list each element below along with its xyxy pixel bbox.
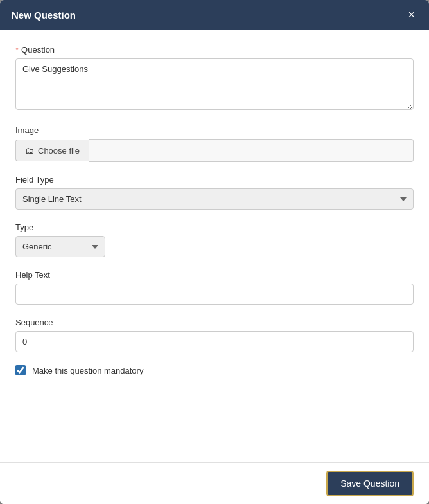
question-field-group: *Question: [15, 45, 414, 113]
field-type-group: Field Type Single Line Text Multi Line T…: [15, 175, 414, 210]
modal-overlay: New Question × *Question Image 🗂 Choose …: [0, 0, 429, 504]
required-star: *: [15, 45, 19, 55]
close-button[interactable]: ×: [405, 9, 417, 21]
field-type-label: Field Type: [15, 175, 414, 184]
help-text-label: Help Text: [15, 270, 414, 280]
mandatory-checkbox[interactable]: [15, 365, 26, 375]
image-field-group: Image 🗂 Choose file: [15, 125, 414, 162]
file-input-wrapper: 🗂 Choose file: [15, 139, 414, 162]
sequence-label: Sequence: [15, 318, 414, 327]
mandatory-label: Make this question mandatory: [32, 366, 143, 375]
type-group: Type Generic Email Phone Number: [15, 222, 414, 257]
file-name-display: [89, 139, 414, 162]
modal-title: New Question: [12, 10, 76, 21]
modal-footer: Save Question: [0, 462, 429, 504]
modal-dialog: New Question × *Question Image 🗂 Choose …: [0, 0, 429, 504]
type-select-wrapper: Generic Email Phone Number: [15, 236, 105, 257]
help-text-group: Help Text: [15, 270, 414, 305]
image-label: Image: [15, 125, 414, 135]
modal-body: *Question Image 🗂 Choose file Field Type: [0, 30, 429, 462]
type-select[interactable]: Generic Email Phone Number: [15, 236, 105, 257]
save-question-button[interactable]: Save Question: [326, 471, 414, 496]
choose-file-label: Choose file: [38, 146, 80, 156]
help-text-input[interactable]: [15, 284, 414, 305]
mandatory-checkbox-group: Make this question mandatory: [15, 365, 414, 375]
modal-header: New Question ×: [0, 0, 429, 30]
choose-file-button[interactable]: 🗂 Choose file: [15, 140, 89, 161]
field-type-select[interactable]: Single Line Text Multi Line Text Dropdow…: [15, 188, 414, 210]
sequence-group: Sequence: [15, 318, 414, 352]
type-label: Type: [15, 222, 414, 232]
question-label: *Question: [15, 45, 414, 55]
folder-icon: 🗂: [25, 145, 34, 156]
question-textarea[interactable]: [15, 59, 414, 110]
sequence-input[interactable]: [15, 331, 414, 352]
